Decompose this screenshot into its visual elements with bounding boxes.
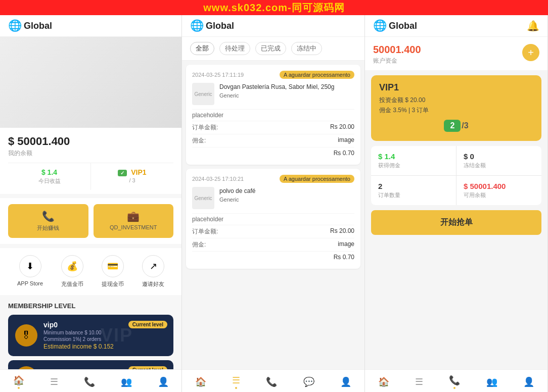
commission-value: $ 1.4 — [378, 152, 449, 161]
filter-tabs: 全部 待处理 已完成 冻结中 — [182, 37, 364, 61]
vip-value: ✓ VIP1 — [95, 168, 169, 176]
bell-icon[interactable]: 🔔 — [527, 20, 539, 32]
invest-label: 投资金额 — [379, 96, 403, 104]
invite-label: 邀请好友 — [142, 280, 164, 288]
nav-call[interactable]: 📞 — [79, 375, 100, 388]
p2-nav-call[interactable]: 📞 — [261, 375, 282, 388]
nav-user[interactable]: 👤 — [153, 375, 174, 388]
order2-status: A aguardar processamento — [280, 175, 354, 183]
icon-row: ⬇ APP Store 💰 充值金币 💳 提现金币 ↗ 邀请好友 — [0, 248, 181, 295]
order2-time: 2024-03-25 17:10:21 — [192, 176, 244, 182]
order2-placeholder-img: image — [338, 240, 354, 249]
tab-done[interactable]: 已完成 — [255, 42, 286, 55]
panel2-logo: 🌐 Global — [190, 19, 234, 32]
vip-progress-area: 2 /3 — [379, 120, 533, 132]
today-income-value: $ 1.4 — [12, 168, 86, 176]
order1-product-tag: Generic — [219, 92, 354, 99]
panel2-bottom-nav: 🏠 ☰ 📞 💬 👤 — [182, 369, 364, 392]
p2-user-icon: 👤 — [340, 376, 351, 387]
membership-section: MEMBERSHIP LEVEL VIP 🎖 vip0 Minimum bala… — [0, 295, 181, 369]
p2-nav-user[interactable]: 👤 — [335, 375, 356, 388]
globe2-icon: 🌐 — [190, 19, 204, 32]
banner-placeholder — [0, 37, 181, 128]
add-button[interactable]: + — [522, 44, 539, 61]
today-income-stat: $ 1.4 今日收益 — [8, 163, 90, 190]
invite-item[interactable]: ↗ 邀请好友 — [142, 255, 164, 288]
nav-list[interactable]: ☰ — [45, 375, 63, 388]
balance-section: $ 50001.400 我的余额 $ 1.4 今日收益 ✓ VIP1 / 3 — [0, 128, 181, 194]
app-store-item[interactable]: ⬇ APP Store — [17, 255, 43, 288]
user-icon: 👤 — [158, 376, 169, 387]
order1-product: Generic Dovgan Pastelería Rusa, Sabor Mi… — [192, 83, 354, 105]
vip-progress-label: / 3 — [95, 177, 169, 183]
order1-header: 2024-03-25 17:11:19 A aguardar processam… — [192, 71, 354, 79]
panel3-logo-text: Global — [389, 21, 417, 31]
p3-nav-group[interactable]: 👥 — [481, 375, 503, 388]
withdraw-label: 提现金币 — [102, 280, 124, 288]
action-buttons: 📞 开始赚钱 💼 QD_INVESTMENT — [0, 198, 181, 244]
start-earning-label: 开始赚钱 — [37, 224, 59, 232]
call-icon: 📞 — [84, 376, 95, 387]
watermark: www.sk032.com-同可源码网 — [0, 0, 548, 15]
p2-nav-list[interactable]: ☰ — [227, 374, 245, 390]
stats-cell-orders: 2 订单数量 — [371, 176, 456, 205]
p3-nav-home[interactable]: 🏠 — [373, 375, 394, 388]
nav-group[interactable]: 👥 — [116, 375, 137, 388]
vip0-badge: Current level — [128, 321, 167, 328]
order1-amount-value: Rs 20.00 — [330, 123, 354, 132]
panel-dashboard: 🌐 Global 🔔 50001.400 账户资金 + VIP1 投资金额 $ … — [365, 15, 548, 392]
stats-cell-available: $ 50001.400 可用余额 — [456, 176, 541, 205]
tab-pending[interactable]: 待处理 — [219, 42, 250, 55]
start-earning-btn[interactable]: 📞 开始赚钱 — [8, 204, 88, 238]
recharge-item[interactable]: 💰 充值金币 — [61, 255, 83, 288]
nav-home[interactable]: 🏠 — [8, 374, 29, 390]
p3-group-icon: 👥 — [486, 376, 497, 387]
progress-current: 2 — [444, 120, 461, 132]
stats-grid: $ 1.4 获得佣金 $ 0 冻结金额 2 订单数量 $ 50001.400 可… — [371, 146, 541, 205]
p2-nav-home[interactable]: 🏠 — [190, 375, 211, 388]
order2-amount-label: 订单金额: — [192, 227, 218, 236]
tab-frozen[interactable]: 冻结中 — [291, 42, 322, 55]
group-icon: 👥 — [121, 376, 132, 387]
p3-nav-call[interactable]: 📞 — [444, 374, 465, 390]
order2-product-info: polvo de café Generic — [219, 187, 354, 203]
tab-all[interactable]: 全部 — [190, 42, 214, 55]
share-icon: ↗ — [142, 255, 164, 277]
order2-row-commission: 佣金: image — [192, 238, 354, 251]
p3-user-icon: 👤 — [523, 376, 534, 387]
stats-row: $ 1.4 今日收益 ✓ VIP1 / 3 — [8, 163, 173, 190]
panel1-content: $ 50001.400 我的余额 $ 1.4 今日收益 ✓ VIP1 / 3 — [0, 37, 181, 369]
withdraw-item[interactable]: 💳 提现金币 — [102, 255, 124, 288]
order1-placeholder-img: image — [338, 136, 354, 145]
available-value: $ 50001.400 — [464, 182, 534, 190]
order1-time: 2024-03-25 17:11:19 — [192, 72, 244, 78]
p3-nav-user[interactable]: 👤 — [518, 375, 539, 388]
balance-label: 我的余额 — [8, 149, 173, 158]
balance-amount: $ 50001.400 — [8, 135, 173, 148]
phone-icon: 📞 — [42, 210, 55, 222]
commission-label: 佣金 3.5% — [379, 107, 407, 114]
order1-row-amount: 订单金额: Rs 20.00 — [192, 121, 354, 134]
order1-row-placeholder: placeholder — [192, 109, 354, 121]
p3-nav-list[interactable]: ☰ — [410, 375, 428, 388]
briefcase-icon: 💼 — [127, 210, 140, 222]
panel3-bottom-nav: 🏠 ☰ 📞 👥 👤 — [365, 369, 547, 392]
order1-product-info: Dovgan Pastelería Rusa, Sabor Miel, 250g… — [219, 83, 354, 99]
order1-commission-label: 佣金: — [192, 136, 206, 145]
qd-investment-btn[interactable]: 💼 QD_INVESTMENT — [94, 204, 174, 238]
grab-order-btn[interactable]: 开始抢单 — [371, 210, 541, 235]
vip-card-title: VIP1 — [379, 82, 533, 93]
p2-nav-chat[interactable]: 💬 — [298, 375, 319, 388]
panel-orders: 🌐 Global 全部 待处理 已完成 冻结中 2024-03-25 17:11… — [182, 15, 365, 392]
panel1-header: 🌐 Global — [0, 15, 181, 37]
vip1-badge: Current level — [128, 366, 167, 369]
frozen-value: $ 0 — [464, 152, 534, 161]
order1-row-commission: 佣金: image — [192, 134, 354, 147]
order2-product-tag: Generic — [219, 197, 354, 203]
progress-total: /3 — [462, 121, 468, 130]
vip-level-text: VIP1 — [131, 168, 146, 176]
vip-card-section: VIP1 投资金额 $ 20.00 佣金 3.5% | 3 订单 2 /3 — [371, 75, 541, 141]
vip0-avatar: 🎖 — [15, 324, 37, 347]
order1-product-img: Generic — [192, 83, 214, 105]
download-icon: ⬇ — [19, 255, 41, 277]
